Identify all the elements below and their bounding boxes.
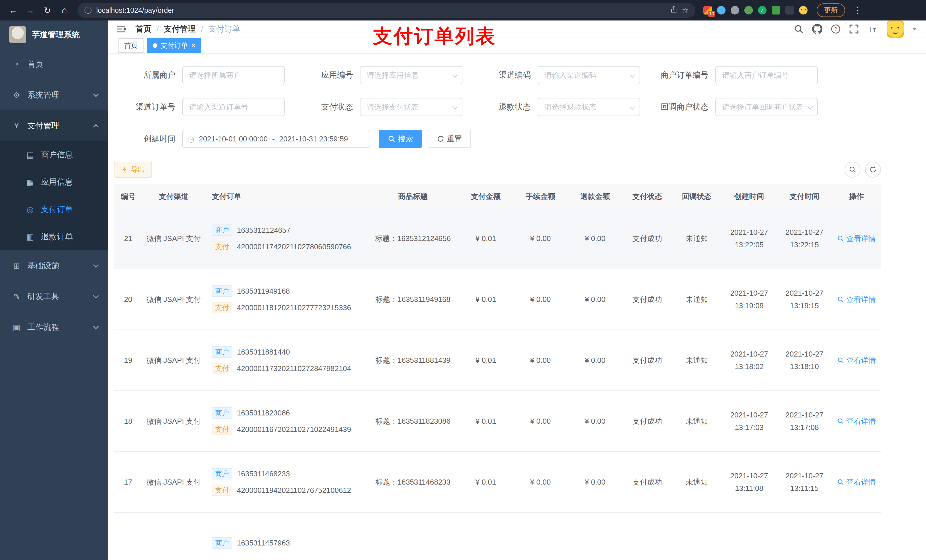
sidebar-item-workflow[interactable]: ▣ 工作流程 (0, 312, 108, 343)
share-icon[interactable] (670, 6, 678, 15)
sidebar-item-system[interactable]: ⚙ 系统管理 (0, 80, 108, 110)
extension-drop-icon[interactable] (717, 6, 726, 15)
column-header: 回调状态 (672, 192, 722, 201)
search-icon[interactable] (794, 24, 803, 34)
merchant-input[interactable] (182, 66, 285, 84)
table-row[interactable]: 19 微信 JSAPI 支付 商户1635311881440 支付4200001… (114, 330, 881, 391)
cell-fee: ¥ 0.00 (513, 356, 568, 365)
hamburger-icon[interactable] (116, 24, 126, 34)
extension-globe-icon[interactable] (731, 6, 739, 15)
extension-face-icon[interactable] (799, 6, 808, 15)
filter-label: 渠道编码 (469, 70, 531, 80)
toggle-search-button[interactable] (844, 162, 861, 178)
app-select[interactable] (360, 66, 462, 84)
refresh-icon[interactable]: ↻ (40, 5, 54, 15)
breadcrumb-home[interactable]: 首页 (136, 24, 151, 35)
sidebar-item-app-info[interactable]: ▦ 应用信息 (0, 169, 108, 196)
avatar-caret-icon[interactable] (912, 27, 917, 30)
channel-code-select[interactable] (538, 66, 640, 84)
app-logo[interactable]: 芋道管理系统 (0, 21, 108, 49)
reset-button[interactable]: 重置 (428, 130, 471, 148)
breadcrumb-separator: / (157, 24, 159, 33)
table-row[interactable]: 18 微信 JSAPI 支付 商户1635311823086 支付4200001… (114, 391, 881, 452)
sidebar-item-dev-tools[interactable]: ✎ 研发工具 (0, 281, 108, 312)
tab-home[interactable]: 首页 (118, 38, 144, 53)
filter-label: 创建时间 (114, 133, 176, 144)
cell-pay-order: 商户1635311881440 支付4200001173202110272847… (205, 346, 367, 374)
top-navbar: 首页 / 支付管理 / 支付订单 支付订单列表 ? (108, 21, 926, 38)
extension-puzzle-icon[interactable]: 10 (703, 6, 712, 15)
cell-status: 支付成功 (622, 234, 672, 244)
view-detail-link[interactable]: 查看详情 (837, 416, 876, 426)
column-header: 退款金额 (568, 192, 622, 201)
view-detail-link[interactable]: 查看详情 (837, 234, 876, 244)
browser-update-button[interactable]: 更新 (817, 3, 845, 17)
search-button[interactable]: 搜索 (379, 130, 422, 148)
export-button[interactable]: 导出 (114, 162, 152, 178)
font-size-icon[interactable]: TT (867, 24, 878, 34)
close-icon[interactable]: × (191, 42, 196, 49)
extension-green-icon[interactable] (744, 6, 753, 15)
column-header: 手续金额 (513, 192, 568, 201)
browser-menu-icon[interactable]: ⋮ (853, 5, 862, 15)
sidebar-item-label: 支付订单 (41, 204, 73, 215)
help-icon[interactable]: ? (831, 24, 841, 34)
merchant-tag: 商户 (212, 537, 232, 549)
refresh-table-button[interactable] (865, 162, 881, 178)
view-detail-link[interactable]: 查看详情 (837, 477, 876, 487)
cell-pay-order: 商户1635311949168 支付4200001181202110277723… (205, 285, 367, 313)
merchant-order-no: 1635311468233 (237, 469, 290, 478)
merchant-order-no-input[interactable] (715, 66, 818, 84)
extension-chat-icon[interactable] (772, 6, 780, 15)
view-detail-link[interactable]: 查看详情 (837, 294, 876, 305)
cell-pay-time: 2021-10-2713:17:08 (777, 409, 832, 434)
view-detail-link[interactable]: 查看详情 (837, 355, 876, 365)
sidebar-item-pay-order[interactable]: ◎ 支付订单 (0, 196, 108, 223)
cell-notify: 未通知 (672, 294, 722, 305)
pay-status-select[interactable] (360, 98, 462, 116)
site-info-icon[interactable]: ⓘ (84, 5, 92, 15)
browser-extensions: 10 ✓ (703, 6, 808, 15)
sidebar-item-merchant-info[interactable]: ▤ 商户信息 (0, 141, 108, 169)
merchant-tag: 商户 (212, 346, 232, 358)
cell-fee: ¥ 0.00 (513, 417, 568, 426)
merchant-order-no: 1635311949168 (237, 287, 290, 296)
url-bar[interactable]: ⓘ localhost:1024/pay/order ☆ (77, 3, 695, 18)
pay-tag: 支付 (212, 241, 232, 252)
refund-status-select[interactable] (538, 98, 640, 116)
dashboard-icon: ◔ (11, 60, 22, 69)
date-range-picker[interactable]: ◷ 2021-10-01 00:00:00 - 2021-10-31 23:59… (182, 130, 370, 148)
merchant-order-no: 1635312124657 (237, 226, 291, 235)
cell-create-time: 2021-10-2713:19:09 (722, 287, 777, 312)
cell-channel: 微信 JSAPI 支付 (142, 234, 205, 244)
sidebar-item-refund-order[interactable]: ▥ 退款订单 (0, 223, 108, 251)
table-row[interactable]: 20 微信 JSAPI 支付 商户1635311949168 支付4200001… (114, 269, 881, 330)
breadcrumb: 首页 / 支付管理 / 支付订单 (136, 24, 240, 35)
back-icon[interactable]: ← (6, 5, 21, 15)
notify-status-select[interactable] (715, 98, 818, 116)
extension-check-icon[interactable]: ✓ (758, 6, 767, 15)
sidebar-item-infrastructure[interactable]: ⊞ 基础设施 (0, 251, 108, 281)
table-row[interactable]: 21 微信 JSAPI 支付 商户1635312124657 支付4200001… (114, 208, 881, 269)
chevron-down-icon (93, 91, 99, 97)
table-row[interactable]: 商户1635311457963 (114, 513, 881, 560)
sidebar-item-payment[interactable]: ¥ 支付管理 (0, 110, 108, 141)
pay-order-no: 4200001194202110276752100612 (237, 486, 351, 495)
column-header: 编号 (114, 192, 142, 201)
table-toolbar: 导出 (114, 162, 881, 178)
home-icon[interactable]: ⌂ (57, 5, 72, 15)
user-avatar[interactable] (887, 21, 904, 38)
table-row[interactable]: 17 微信 JSAPI 支付 商户1635311468233 支付4200001… (114, 452, 881, 513)
sidebar-item-home[interactable]: ◔ 首页 (0, 49, 108, 80)
fullscreen-icon[interactable] (849, 24, 859, 34)
bookmark-star-icon[interactable]: ☆ (682, 6, 688, 15)
forward-icon[interactable]: → (23, 5, 38, 15)
extension-pin-icon[interactable] (785, 6, 794, 15)
tab-pay-order[interactable]: 支付订单 × (147, 38, 201, 53)
pay-order-no: 4200001167202110271022491439 (237, 425, 351, 434)
cell-pay-order: 商户1635311823086 支付4200001167202110271022… (205, 407, 367, 435)
grid-icon: ▦ (25, 178, 35, 187)
github-icon[interactable] (812, 24, 822, 34)
breadcrumb-section[interactable]: 支付管理 (164, 24, 196, 35)
channel-order-no-input[interactable] (182, 98, 285, 116)
